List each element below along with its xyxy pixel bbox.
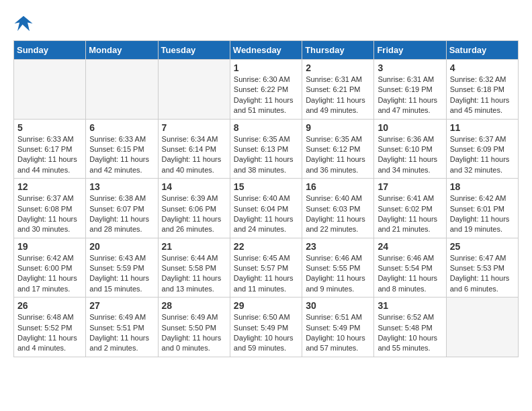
day-info: Sunrise: 6:31 AM Sunset: 6:21 PM Dayligh… (306, 75, 370, 116)
day-info: Sunrise: 6:36 AM Sunset: 6:10 PM Dayligh… (378, 134, 442, 176)
day-number: 24 (378, 241, 442, 252)
day-info: Sunrise: 6:34 AM Sunset: 6:14 PM Dayligh… (162, 134, 226, 176)
day-number: 4 (450, 62, 515, 73)
calendar-cell: 8Sunrise: 6:35 AM Sunset: 6:13 PM Daylig… (230, 119, 302, 179)
day-number: 19 (17, 241, 82, 252)
day-info: Sunrise: 6:35 AM Sunset: 6:12 PM Dayligh… (306, 134, 370, 176)
day-number: 13 (89, 181, 154, 192)
day-number: 26 (17, 300, 82, 311)
day-info: Sunrise: 6:35 AM Sunset: 6:13 PM Dayligh… (234, 134, 298, 176)
day-number: 10 (378, 122, 442, 133)
calendar-cell (446, 298, 518, 357)
day-number: 29 (234, 300, 298, 311)
day-number: 23 (306, 241, 370, 252)
calendar-cell: 4Sunrise: 6:32 AM Sunset: 6:18 PM Daylig… (446, 60, 518, 120)
day-number: 16 (306, 181, 370, 192)
calendar-cell: 2Sunrise: 6:31 AM Sunset: 6:21 PM Daylig… (302, 60, 374, 120)
calendar-cell: 6Sunrise: 6:33 AM Sunset: 6:15 PM Daylig… (86, 119, 158, 179)
calendar-cell: 7Sunrise: 6:34 AM Sunset: 6:14 PM Daylig… (158, 119, 230, 179)
calendar-cell: 31Sunrise: 6:52 AM Sunset: 5:48 PM Dayli… (374, 298, 446, 357)
calendar-cell (86, 60, 158, 120)
day-info: Sunrise: 6:43 AM Sunset: 5:59 PM Dayligh… (89, 253, 154, 295)
weekday-header: Saturday (446, 41, 518, 60)
day-info: Sunrise: 6:37 AM Sunset: 6:09 PM Dayligh… (450, 134, 515, 176)
day-info: Sunrise: 6:51 AM Sunset: 5:49 PM Dayligh… (306, 312, 370, 354)
day-info: Sunrise: 6:39 AM Sunset: 6:06 PM Dayligh… (162, 193, 226, 235)
calendar-cell: 14Sunrise: 6:39 AM Sunset: 6:06 PM Dayli… (158, 179, 230, 238)
day-number: 15 (234, 181, 298, 192)
day-number: 17 (378, 181, 442, 192)
calendar-table: SundayMondayTuesdayWednesdayThursdayFrid… (13, 40, 519, 357)
weekday-header: Tuesday (158, 41, 230, 60)
calendar-cell: 10Sunrise: 6:36 AM Sunset: 6:10 PM Dayli… (374, 119, 446, 179)
calendar-cell (158, 60, 230, 120)
day-number: 14 (162, 181, 226, 192)
calendar-cell: 24Sunrise: 6:46 AM Sunset: 5:54 PM Dayli… (374, 238, 446, 298)
day-info: Sunrise: 6:41 AM Sunset: 6:02 PM Dayligh… (378, 193, 442, 235)
day-number: 30 (306, 300, 370, 311)
calendar-cell: 23Sunrise: 6:46 AM Sunset: 5:55 PM Dayli… (302, 238, 374, 298)
day-number: 6 (89, 122, 154, 133)
calendar-cell: 22Sunrise: 6:45 AM Sunset: 5:57 PM Dayli… (230, 238, 302, 298)
day-info: Sunrise: 6:32 AM Sunset: 6:18 PM Dayligh… (450, 75, 515, 116)
calendar-cell: 19Sunrise: 6:42 AM Sunset: 6:00 PM Dayli… (14, 238, 86, 298)
day-number: 21 (162, 241, 226, 252)
day-number: 9 (306, 122, 370, 133)
day-number: 8 (234, 122, 298, 133)
weekday-header: Monday (86, 41, 158, 60)
day-info: Sunrise: 6:40 AM Sunset: 6:03 PM Dayligh… (306, 193, 370, 235)
weekday-header-row: SundayMondayTuesdayWednesdayThursdayFrid… (14, 41, 519, 60)
svg-marker-0 (15, 16, 33, 32)
logo (13, 13, 36, 34)
calendar-cell: 12Sunrise: 6:37 AM Sunset: 6:08 PM Dayli… (14, 179, 86, 238)
day-number: 11 (450, 122, 515, 133)
day-number: 3 (378, 62, 442, 73)
calendar-cell (14, 60, 86, 120)
calendar-cell: 16Sunrise: 6:40 AM Sunset: 6:03 PM Dayli… (302, 179, 374, 238)
day-info: Sunrise: 6:30 AM Sunset: 6:22 PM Dayligh… (234, 75, 298, 116)
day-info: Sunrise: 6:33 AM Sunset: 6:15 PM Dayligh… (89, 134, 154, 176)
calendar-cell: 17Sunrise: 6:41 AM Sunset: 6:02 PM Dayli… (374, 179, 446, 238)
day-info: Sunrise: 6:38 AM Sunset: 6:07 PM Dayligh… (89, 193, 154, 235)
day-info: Sunrise: 6:33 AM Sunset: 6:17 PM Dayligh… (17, 134, 82, 176)
day-info: Sunrise: 6:47 AM Sunset: 5:53 PM Dayligh… (450, 253, 515, 295)
calendar-cell: 26Sunrise: 6:48 AM Sunset: 5:52 PM Dayli… (14, 298, 86, 357)
day-number: 2 (306, 62, 370, 73)
page-header (13, 13, 519, 34)
calendar-week-row: 26Sunrise: 6:48 AM Sunset: 5:52 PM Dayli… (14, 298, 519, 357)
calendar-cell: 28Sunrise: 6:49 AM Sunset: 5:50 PM Dayli… (158, 298, 230, 357)
day-info: Sunrise: 6:37 AM Sunset: 6:08 PM Dayligh… (17, 193, 82, 235)
day-info: Sunrise: 6:46 AM Sunset: 5:55 PM Dayligh… (306, 253, 370, 295)
day-info: Sunrise: 6:49 AM Sunset: 5:50 PM Dayligh… (162, 312, 226, 354)
calendar-week-row: 5Sunrise: 6:33 AM Sunset: 6:17 PM Daylig… (14, 119, 519, 179)
day-info: Sunrise: 6:31 AM Sunset: 6:19 PM Dayligh… (378, 75, 442, 116)
calendar-cell: 1Sunrise: 6:30 AM Sunset: 6:22 PM Daylig… (230, 60, 302, 120)
day-info: Sunrise: 6:40 AM Sunset: 6:04 PM Dayligh… (234, 193, 298, 235)
day-number: 25 (450, 241, 515, 252)
day-info: Sunrise: 6:50 AM Sunset: 5:49 PM Dayligh… (234, 312, 298, 354)
day-info: Sunrise: 6:49 AM Sunset: 5:51 PM Dayligh… (89, 312, 154, 354)
day-info: Sunrise: 6:42 AM Sunset: 6:00 PM Dayligh… (17, 253, 82, 295)
day-info: Sunrise: 6:44 AM Sunset: 5:58 PM Dayligh… (162, 253, 226, 295)
calendar-cell: 13Sunrise: 6:38 AM Sunset: 6:07 PM Dayli… (86, 179, 158, 238)
day-number: 1 (234, 62, 298, 73)
day-number: 5 (17, 122, 82, 133)
day-info: Sunrise: 6:48 AM Sunset: 5:52 PM Dayligh… (17, 312, 82, 354)
day-number: 27 (89, 300, 154, 311)
calendar-cell: 3Sunrise: 6:31 AM Sunset: 6:19 PM Daylig… (374, 60, 446, 120)
weekday-header: Thursday (302, 41, 374, 60)
calendar-week-row: 12Sunrise: 6:37 AM Sunset: 6:08 PM Dayli… (14, 179, 519, 238)
day-number: 31 (378, 300, 442, 311)
weekday-header: Sunday (14, 41, 86, 60)
day-number: 18 (450, 181, 515, 192)
calendar-week-row: 1Sunrise: 6:30 AM Sunset: 6:22 PM Daylig… (14, 60, 519, 120)
day-number: 28 (162, 300, 226, 311)
day-number: 22 (234, 241, 298, 252)
day-number: 12 (17, 181, 82, 192)
calendar-cell: 9Sunrise: 6:35 AM Sunset: 6:12 PM Daylig… (302, 119, 374, 179)
calendar-week-row: 19Sunrise: 6:42 AM Sunset: 6:00 PM Dayli… (14, 238, 519, 298)
calendar-cell: 21Sunrise: 6:44 AM Sunset: 5:58 PM Dayli… (158, 238, 230, 298)
weekday-header: Wednesday (230, 41, 302, 60)
calendar-cell: 15Sunrise: 6:40 AM Sunset: 6:04 PM Dayli… (230, 179, 302, 238)
weekday-header: Friday (374, 41, 446, 60)
